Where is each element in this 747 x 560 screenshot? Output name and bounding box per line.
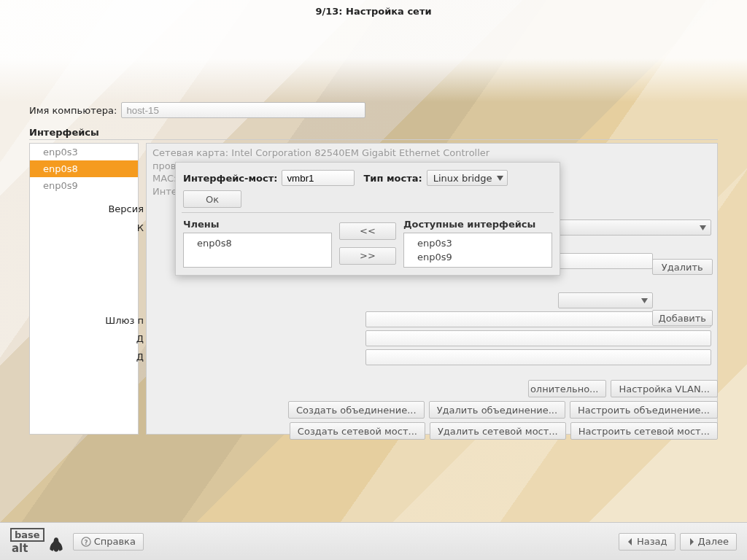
ip-input[interactable] (558, 253, 653, 269)
available-listbox[interactable]: enp0s3 enp0s9 (403, 233, 552, 268)
penguin-icon (47, 536, 66, 555)
gw-label: Шлюз п (52, 315, 147, 326)
more-button[interactable]: олнительно... (528, 380, 607, 397)
members-listbox[interactable]: enp0s8 (183, 233, 332, 268)
divider (182, 212, 554, 213)
bridge-dialog: Интерфейс-мост: Тип моста: Linux bridge … (175, 162, 560, 276)
bond-delete-button[interactable]: Удалить объединение... (429, 401, 565, 419)
vlan-button[interactable]: Настройка VLAN... (611, 380, 718, 397)
config-label: К (52, 222, 147, 233)
help-icon: ? (81, 537, 91, 547)
dns1-input[interactable] (365, 330, 711, 346)
logo: base alt (10, 528, 66, 555)
logo-bottom: alt (12, 542, 44, 555)
bridge-name-input[interactable] (282, 170, 355, 186)
interface-item[interactable]: enp0s8 (30, 160, 138, 177)
available-title: Доступные интерфейсы (403, 219, 552, 230)
bridge-type-value: Linux bridge (433, 173, 492, 184)
bond-configure-button[interactable]: Настроить объединение... (570, 401, 718, 419)
chevron-left-icon (627, 538, 634, 545)
mask-select[interactable] (558, 292, 653, 308)
list-item[interactable]: enp0s3 (404, 236, 551, 250)
next-button[interactable]: Далее (680, 533, 737, 551)
add-button[interactable]: Добавить (652, 310, 713, 326)
chevron-down-icon (497, 176, 503, 181)
move-right-button[interactable]: >> (339, 247, 396, 265)
back-label: Назад (637, 536, 667, 547)
svg-text:?: ? (84, 538, 88, 545)
hostname-input[interactable] (121, 102, 365, 118)
dns2-label: Д (52, 351, 147, 362)
move-left-button[interactable]: << (339, 222, 396, 240)
nic-info: Сетевая карта: Intel Corporation 82540EM… (152, 147, 711, 160)
ok-button[interactable]: Ок (183, 190, 241, 208)
interfaces-header: Интерфейсы (29, 127, 718, 140)
version-label: Версия (52, 203, 147, 214)
list-item[interactable]: enp0s9 (404, 250, 551, 264)
help-label: Справка (94, 536, 136, 547)
next-label: Далее (698, 536, 729, 547)
hostname-label: Имя компьютера: (29, 105, 117, 116)
help-button[interactable]: ? Справка (73, 533, 144, 551)
chevron-right-icon (688, 538, 695, 545)
bridge-configure-button[interactable]: Настроить сетевой мост... (570, 422, 718, 440)
interface-item[interactable]: enp0s9 (30, 177, 138, 194)
logo-top: base (10, 528, 44, 542)
bond-create-button[interactable]: Создать объединение... (288, 401, 425, 419)
delete-button[interactable]: Удалить (652, 259, 713, 275)
page-title: 9/13: Настройка сети (0, 0, 747, 23)
interface-item[interactable]: enp0s3 (30, 144, 138, 160)
dns2-input[interactable] (365, 349, 711, 365)
bridge-name-label: Интерфейс-мост: (183, 173, 277, 184)
dns1-label: Д (52, 333, 147, 344)
bridge-delete-button[interactable]: Удалить сетевой мост... (430, 422, 566, 440)
bottom-bar: base alt ? Справка Назад Далее (0, 522, 747, 560)
bridge-type-select[interactable]: Linux bridge (427, 170, 508, 186)
list-item[interactable]: enp0s8 (184, 236, 331, 250)
members-title: Члены (183, 219, 332, 230)
bridge-type-label: Тип моста: (363, 173, 422, 184)
bridge-create-button[interactable]: Создать сетевой мост... (290, 422, 425, 440)
interfaces-list[interactable]: enp0s3 enp0s8 enp0s9 (29, 143, 139, 435)
config-select[interactable] (558, 219, 711, 236)
back-button[interactable]: Назад (619, 533, 676, 551)
